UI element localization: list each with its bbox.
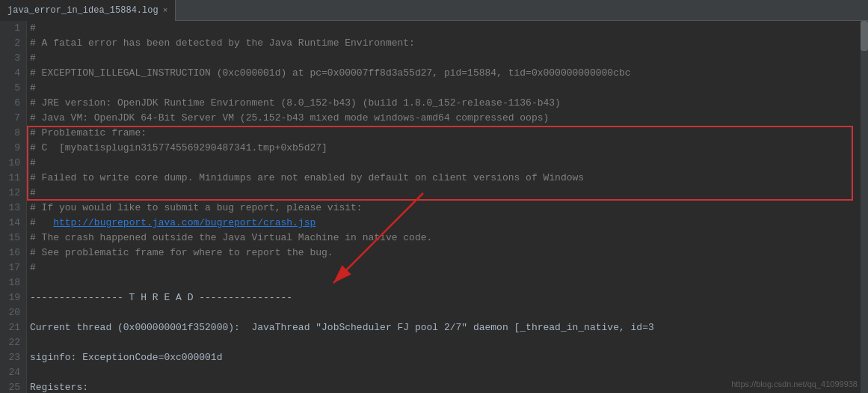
code-line: siginfo: ExceptionCode=0xc000001d: [30, 350, 865, 365]
line-number: 25: [6, 380, 20, 393]
code-line: # Problematic frame:: [30, 126, 865, 141]
line-number: 1: [6, 21, 20, 36]
line-numbers: 1234567891011121314151617181920212223242…: [0, 21, 27, 393]
tab-bar: java_error_in_idea_15884.log ×: [0, 0, 868, 21]
line-number: 21: [6, 320, 20, 335]
code-line: # C [mybatisplugin3157745569290487341.tm…: [30, 141, 865, 156]
code-line: #: [30, 186, 865, 201]
code-line: [30, 335, 865, 350]
code-line: [30, 305, 865, 320]
line-number: 16: [6, 246, 20, 261]
line-number: 14: [6, 216, 20, 231]
comment-text: #: [30, 21, 36, 36]
close-icon[interactable]: ×: [163, 6, 168, 15]
line-number: 8: [6, 126, 20, 141]
line-number: 24: [6, 365, 20, 380]
comment-text: # If you would like to submit a bug repo…: [30, 201, 363, 216]
line-number: 10: [6, 156, 20, 171]
line-number: 22: [6, 335, 20, 350]
comment-text: #: [30, 186, 36, 201]
comment-text: # See problematic frame for where to rep…: [30, 246, 333, 261]
comment-text: # C [mybatisplugin3157745569290487341.tm…: [30, 141, 327, 156]
code-line: ---------------- T H R E A D -----------…: [30, 290, 865, 305]
thread-separator: ---------------- T H R E A D -----------…: [30, 290, 292, 305]
code-line: # A fatal error has been detected by the…: [30, 36, 865, 51]
line-number: 13: [6, 201, 20, 216]
line-number: 6: [6, 96, 20, 111]
comment-text: # Failed to write core dump. Minidumps a…: [30, 171, 584, 186]
comment-text: #: [30, 261, 36, 275]
code-line: # EXCEPTION_ILLEGAL_INSTRUCTION (0xc0000…: [30, 66, 865, 81]
code-line: # JRE version: OpenJDK Runtime Environme…: [30, 96, 865, 111]
line-number: 19: [6, 290, 20, 305]
code-lines: ## A fatal error has been detected by th…: [30, 21, 865, 393]
line-number: 11: [6, 171, 20, 186]
code-line: Current thread (0x000000001f352000): Jav…: [30, 320, 865, 335]
code-line: # Failed to write core dump. Minidumps a…: [30, 171, 865, 186]
code-line: #: [30, 21, 865, 36]
code-line: #: [30, 261, 865, 275]
scrollbar[interactable]: [861, 21, 868, 393]
line-number: 15: [6, 231, 20, 246]
code-line: # Java VM: OpenJDK 64-Bit Server VM (25.…: [30, 111, 865, 126]
line-number: 20: [6, 305, 20, 320]
line-number: 7: [6, 111, 20, 126]
line-number: 5: [6, 81, 20, 96]
code-line: # The crash happened outside the Java Vi…: [30, 231, 865, 246]
code-line: # See problematic frame for where to rep…: [30, 246, 865, 261]
comment-text: # The crash happened outside the Java Vi…: [30, 231, 432, 246]
line-number: 17: [6, 261, 20, 275]
code-line: #: [30, 51, 865, 66]
code-line: # http://bugreport.java.com/bugreport/cr…: [30, 216, 865, 231]
watermark: https://blog.csdn.net/qq_41099938: [731, 380, 858, 389]
comment-text: #: [30, 81, 36, 96]
code-content[interactable]: ## A fatal error has been detected by th…: [27, 21, 868, 393]
main-window: java_error_in_idea_15884.log × 123456789…: [0, 0, 868, 393]
line-number: 18: [6, 275, 20, 290]
code-line: # If you would like to submit a bug repo…: [30, 201, 865, 216]
plain-text: Current thread (0x000000001f352000): Jav…: [30, 320, 654, 335]
tab-filename: java_error_in_idea_15884.log: [7, 5, 158, 16]
comment-text: #: [30, 51, 36, 66]
scrollbar-thumb[interactable]: [861, 21, 868, 51]
code-line: [30, 275, 865, 290]
line-number: 3: [6, 51, 20, 66]
bug-report-link[interactable]: http://bugreport.java.com/bugreport/cras…: [53, 216, 316, 231]
line-number: 2: [6, 36, 20, 51]
code-line: #: [30, 156, 865, 171]
comment-text: #: [30, 156, 36, 171]
comment-text: #: [30, 216, 53, 231]
file-tab[interactable]: java_error_in_idea_15884.log ×: [0, 0, 176, 21]
comment-text: # EXCEPTION_ILLEGAL_INSTRUCTION (0xc0000…: [30, 66, 631, 81]
line-number: 4: [6, 66, 20, 81]
editor-area: 1234567891011121314151617181920212223242…: [0, 21, 868, 393]
line-number: 9: [6, 141, 20, 156]
code-line: #: [30, 81, 865, 96]
line-number: 12: [6, 186, 20, 201]
comment-text: # Problematic frame:: [30, 126, 147, 141]
plain-text: siginfo: ExceptionCode=0xc000001d: [30, 350, 222, 365]
line-number: 23: [6, 350, 20, 365]
comment-text: # JRE version: OpenJDK Runtime Environme…: [30, 96, 561, 111]
code-line: [30, 365, 865, 380]
comment-text: # Java VM: OpenJDK 64-Bit Server VM (25.…: [30, 111, 549, 126]
plain-text: Registers:: [30, 380, 88, 393]
comment-text: # A fatal error has been detected by the…: [30, 36, 415, 51]
